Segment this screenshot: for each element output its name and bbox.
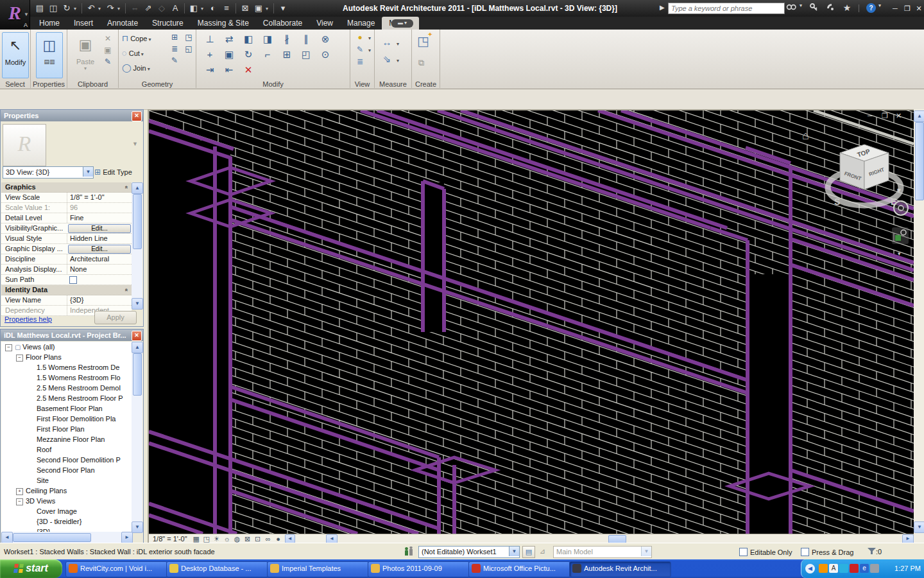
property-row-visual-style[interactable]: Visual StyleHidden Line — [1, 234, 132, 244]
tree-item-second-floor-demolition-p[interactable]: Second Floor Demolition P — [1, 455, 132, 465]
offset-icon[interactable]: ⇄ — [219, 31, 239, 47]
tree-item-basement-floor-plan[interactable]: Basement Floor Plan — [1, 403, 132, 414]
filter-button[interactable]: :0 — [868, 548, 882, 556]
scrollbar-thumb[interactable] — [133, 353, 142, 396]
tab-insert[interactable]: Insert — [67, 17, 100, 30]
tab-massing-site[interactable]: Massing & Site — [191, 17, 256, 30]
scrollbar-thumb[interactable] — [13, 533, 91, 542]
tray-icon-6[interactable] — [870, 564, 879, 573]
tag-icon[interactable]: ◇ — [155, 3, 168, 14]
copy-element-icon[interactable]: ▣ — [219, 47, 239, 62]
hide-in-view-icon[interactable]: ●▾ — [353, 31, 371, 44]
active-workset-dropdown[interactable]: (Not Editable) Workset1 ▼ — [418, 546, 520, 558]
measure-ruler-icon[interactable]: ↔▾ — [379, 35, 399, 51]
tree-item-1-5-womens-restroom-de[interactable]: 1.5 Womens Restroom De — [1, 362, 132, 372]
scrollbar-thumb[interactable] — [133, 194, 142, 249]
scroll-down-icon[interactable]: ▼ — [132, 521, 143, 533]
sun-path-off-icon[interactable]: ☀ — [212, 535, 222, 543]
trim-extend-single-icon[interactable]: ⇥ — [200, 62, 219, 78]
collapse-section-icon[interactable]: « — [121, 288, 131, 292]
help-icon[interactable]: ? — [866, 3, 876, 13]
search-icon[interactable] — [784, 3, 798, 14]
properties-help-link[interactable]: Properties help — [4, 315, 52, 323]
3d-view-canvas[interactable]: S E TOP FRONT RIGHT ⌂ ▼ ▾ — [149, 110, 914, 534]
customize-qat-icon[interactable]: ▾ — [277, 3, 289, 14]
unpin-icon[interactable]: ⊗ — [316, 31, 335, 47]
save-icon[interactable]: ◫ — [47, 3, 60, 14]
tray-icon-5[interactable]: e — [860, 564, 869, 573]
tray-icon-2[interactable]: A — [829, 564, 838, 573]
default-3d-view-icon-dropdown[interactable]: ▾ — [201, 6, 206, 12]
tree-item-cover-image[interactable]: Cover Image — [1, 506, 132, 516]
search-dropdown-icon[interactable]: ▾ — [798, 3, 803, 14]
property-section-graphics[interactable]: Graphics« — [1, 182, 132, 193]
property-row-view-name[interactable]: View Name{3D} — [1, 295, 132, 306]
undo-icon[interactable]: ↶ — [85, 3, 98, 14]
tree-item--3d-[interactable]: {3D} — [1, 527, 132, 532]
paint-icon[interactable]: ✎ — [167, 55, 182, 66]
tab-structure[interactable]: Structure — [145, 17, 191, 30]
close-button[interactable]: ✕ — [913, 3, 924, 13]
collapse-icon[interactable]: − — [16, 355, 23, 362]
tree-item-ceiling-plans[interactable]: +Ceiling Plans — [1, 486, 132, 496]
viewport-hscrollbar[interactable]: ◄ ► — [326, 534, 912, 543]
property-row-detail-level[interactable]: Detail LevelFine — [1, 213, 132, 223]
property-row-sun-path[interactable]: Sun Path — [1, 275, 132, 285]
align-icon[interactable]: ⊥ — [200, 31, 219, 47]
sync-with-central-icon[interactable]: ↻ — [60, 3, 73, 14]
project-browser-close-icon[interactable]: ✕ — [132, 331, 142, 341]
copy-icon[interactable]: ▣ — [101, 44, 115, 56]
tab-collaborate[interactable]: Collaborate — [256, 17, 309, 30]
task-button-photos-2011-09-09[interactable]: Photos 2011-09-09 — [368, 561, 470, 577]
tree-item-1-5-womens-restroom-flo[interactable]: 1.5 Womens Restroom Flo — [1, 372, 132, 383]
scroll-up-icon[interactable]: ▲ — [914, 110, 924, 122]
type-selector[interactable]: 3D View: {3D} ▼ — [3, 166, 94, 179]
type-selector-arrow-icon[interactable]: ▼ — [83, 167, 93, 177]
tab-home[interactable]: Home — [32, 17, 67, 30]
properties-palette-header[interactable]: Properties ✕ — [1, 110, 143, 121]
tree-item-second-floor-plan[interactable]: Second Floor Plan — [1, 465, 132, 475]
tab-view[interactable]: View — [309, 17, 340, 30]
trim-extend-multiple-icon[interactable]: ⇤ — [219, 62, 239, 78]
help-dropdown-icon[interactable]: ▾ — [877, 3, 882, 14]
delete-element-icon[interactable]: ✕ — [239, 62, 258, 78]
tree-item-first-floor-demolition-pla[interactable]: First Floor Demolition Pla — [1, 414, 132, 424]
redo-icon[interactable]: ↷ — [104, 3, 117, 14]
properties-palette-button[interactable]: ◫ ▤▥ — [36, 32, 63, 78]
redo-icon-dropdown[interactable]: ▾ — [117, 6, 123, 12]
scroll-down-icon[interactable]: ▼ — [914, 521, 924, 533]
delete-icon[interactable]: ✕ — [101, 33, 115, 44]
edit-type-button[interactable]: ⊞ Edit Type — [94, 168, 132, 177]
switch-windows-icon[interactable]: ▣ — [252, 3, 265, 14]
start-button[interactable]: start — [0, 559, 62, 578]
apply-button[interactable]: Apply — [94, 311, 137, 324]
scroll-up-icon[interactable]: ▲ — [132, 342, 143, 353]
scroll-right-icon[interactable]: ► — [121, 532, 133, 543]
cut-button[interactable]: ◌Cut▾ — [122, 46, 144, 60]
visual-style-icon[interactable]: ◳ — [201, 535, 212, 543]
join-button[interactable]: ◯Join▾ — [122, 61, 150, 75]
wall-joins-icon[interactable]: ⊞ — [167, 31, 182, 43]
rotate-icon[interactable]: ↻ — [239, 47, 258, 62]
sync-with-central-icon-dropdown[interactable]: ▾ — [74, 6, 79, 12]
mirror-pick-axis-icon[interactable]: ◧ — [239, 31, 258, 47]
property-row-analysis-display-[interactable]: Analysis Display...None — [1, 265, 132, 275]
project-browser-header[interactable]: iDL Matthews Local.rvt - Project Br... ✕ — [1, 329, 143, 341]
scale-icon[interactable]: ◰ — [296, 47, 316, 62]
array-icon[interactable]: ⊞ — [277, 47, 296, 62]
task-button-desktop-database-[interactable]: Desktop Database - ... — [166, 561, 268, 577]
trim-corner-icon[interactable]: ⌐ — [258, 47, 277, 62]
browser-hscrollbar[interactable]: ◄ ► — [1, 532, 132, 543]
detail-level-icon[interactable]: ▦ — [191, 535, 201, 543]
tray-icon-4[interactable] — [850, 564, 859, 573]
press-drag-box-icon[interactable] — [801, 548, 809, 556]
viewport-vscrollbar[interactable]: ▲ ▼ — [914, 109, 924, 543]
split-with-gap-icon[interactable]: ∥ — [296, 31, 316, 47]
measure-icon[interactable]: ⇗ — [142, 3, 155, 14]
collapse-icon[interactable]: − — [16, 498, 23, 505]
sun-path-checkbox[interactable] — [69, 276, 77, 284]
pin-icon[interactable]: ⊙ — [316, 47, 335, 62]
properties-scrollbar[interactable]: ▲ ▼ — [132, 182, 142, 308]
render-icon[interactable]: ◐ — [207, 3, 219, 14]
split-element-icon[interactable]: ∦ — [277, 31, 296, 47]
